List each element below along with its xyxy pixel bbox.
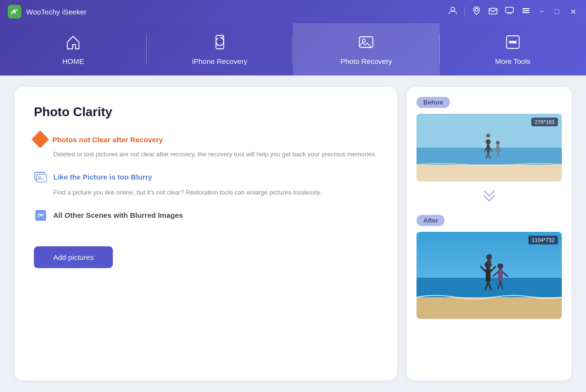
- minimize-button[interactable]: −: [538, 6, 546, 17]
- svg-point-1: [451, 7, 455, 11]
- mail-icon[interactable]: [488, 6, 498, 18]
- enhance-icon: [34, 209, 47, 222]
- chat-icon[interactable]: [505, 6, 514, 18]
- svg-point-45: [486, 254, 492, 260]
- feature-header-2: Like the Picture is too Blurry: [34, 170, 378, 184]
- feature-title-1: Photos not Clear after Recovery: [52, 136, 163, 144]
- svg-rect-40: [486, 268, 491, 282]
- main-content: Photo Clarity Photos not Clear after Rec…: [0, 75, 586, 392]
- nav-item-photo-recovery[interactable]: Photo Recovery: [293, 23, 440, 75]
- feature-not-clear: Photos not Clear after Recovery Deleted …: [34, 133, 378, 160]
- svg-point-13: [512, 41, 514, 43]
- close-button[interactable]: ✕: [568, 6, 578, 17]
- divider: [464, 7, 465, 16]
- nav-item-home[interactable]: HOME: [0, 23, 147, 75]
- after-label: After: [416, 215, 445, 226]
- titlebar-left: WooTechy iSeeker: [8, 5, 87, 18]
- menu-icon[interactable]: [521, 6, 531, 18]
- nav-item-more-tools[interactable]: More Tools: [440, 23, 586, 75]
- nav-label-more-tools: More Tools: [495, 57, 530, 65]
- home-icon: [64, 33, 82, 53]
- nav-label-iphone-recovery: iPhone Recovery: [192, 57, 247, 65]
- feature-desc-2: Find a picture you like online, but it's…: [53, 188, 378, 198]
- svg-rect-4: [506, 7, 513, 13]
- nav-item-iphone-recovery[interactable]: iPhone Recovery: [147, 23, 293, 75]
- svg-rect-48: [498, 269, 503, 281]
- photo-frame-icon: [34, 170, 47, 184]
- feature-title-3: All Other Scenes with Blurred Images: [53, 211, 183, 219]
- feature-too-blurry: Like the Picture is too Blurry Find a pi…: [34, 170, 378, 198]
- svg-point-14: [514, 41, 516, 43]
- svg-point-12: [509, 41, 511, 43]
- content-card: Photo Clarity Photos not Clear after Rec…: [15, 87, 397, 380]
- location-icon[interactable]: [472, 6, 481, 18]
- before-photo: 276*183: [416, 114, 562, 181]
- svg-point-2: [475, 8, 478, 11]
- iphone-recovery-icon: [211, 33, 229, 53]
- down-arrows: [479, 187, 499, 209]
- svg-point-10: [362, 39, 365, 42]
- svg-rect-3: [489, 8, 497, 14]
- titlebar-right: − □ ✕: [448, 6, 578, 18]
- add-pictures-button[interactable]: Add pictures: [34, 246, 113, 268]
- before-photo-badge: 276*183: [531, 118, 558, 126]
- before-label: Before: [416, 97, 450, 108]
- nav-label-home: HOME: [62, 57, 84, 65]
- after-photo-badge: 1104*732: [528, 236, 558, 244]
- more-tools-icon: [504, 33, 522, 53]
- svg-rect-38: [416, 297, 562, 319]
- svg-point-0: [13, 11, 16, 14]
- diamond-icon: [31, 131, 49, 149]
- feature-header-3: All Other Scenes with Blurred Images: [34, 209, 378, 222]
- feature-desc-1: Deleted or lost pictures are not clear a…: [53, 150, 378, 160]
- person-icon[interactable]: [448, 6, 458, 18]
- feature-title-2: Like the Picture is too Blurry: [53, 173, 152, 181]
- svg-rect-9: [359, 37, 373, 47]
- feature-header-1: Photos not Clear after Recovery: [34, 133, 378, 146]
- photo-recovery-icon: [357, 33, 375, 53]
- navbar: HOME iPhone Recovery Photo Recovery: [0, 23, 586, 75]
- svg-rect-46: [487, 260, 491, 267]
- app-logo: [8, 5, 21, 18]
- nav-label-photo-recovery: Photo Recovery: [340, 57, 392, 65]
- feature-other-scenes: All Other Scenes with Blurred Images: [34, 209, 378, 226]
- app-title: WooTechy iSeeker: [26, 8, 87, 16]
- page-title: Photo Clarity: [34, 105, 378, 120]
- preview-panel: Before: [407, 87, 571, 380]
- svg-point-47: [497, 263, 503, 269]
- maximize-button[interactable]: □: [553, 6, 561, 17]
- titlebar: WooTechy iSeeker: [0, 0, 586, 23]
- after-photo: 1104*732: [416, 232, 562, 319]
